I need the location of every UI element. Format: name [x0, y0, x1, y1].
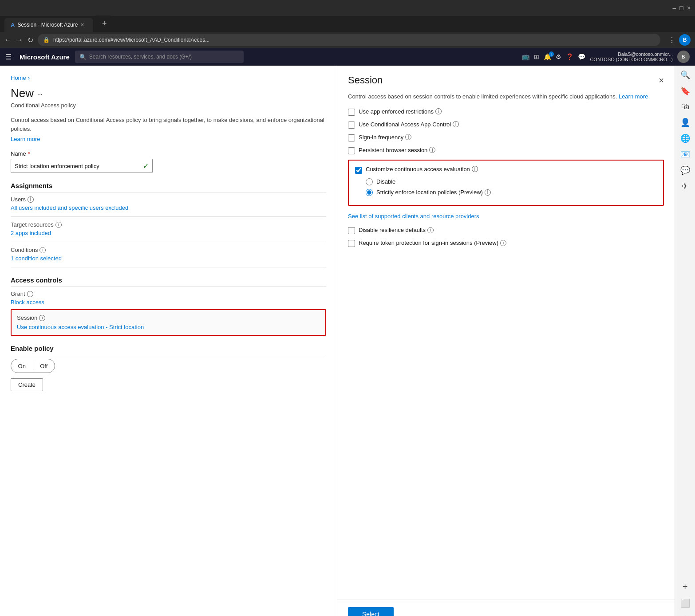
page-title: New: [11, 86, 34, 100]
back-button[interactable]: ←: [4, 36, 12, 44]
disable-resilience-checkbox[interactable]: [348, 227, 355, 234]
browser-action-1[interactable]: ⋮: [668, 36, 675, 44]
session-learn-more-link[interactable]: Learn more: [619, 93, 648, 100]
cae-checkbox[interactable]: [355, 167, 362, 174]
session-box: Session i Use continuous access evaluati…: [11, 309, 326, 336]
bing-button[interactable]: B: [679, 34, 691, 46]
more-options-icon[interactable]: ···: [37, 90, 43, 98]
learn-more-link[interactable]: Learn more: [11, 136, 40, 142]
users-info-icon[interactable]: i: [28, 196, 34, 203]
forward-button[interactable]: →: [16, 36, 23, 44]
session-info-icon[interactable]: i: [39, 315, 45, 321]
sidebar-outlook-icon[interactable]: 📧: [680, 149, 690, 159]
sidebar-bag-icon[interactable]: 🛍: [681, 102, 689, 111]
persistent-browser-checkbox[interactable]: [348, 147, 355, 154]
user-tenant: CONTOSO (CONTOSO.ONMICRO...): [590, 57, 673, 62]
require-token-checkbox[interactable]: [348, 240, 355, 247]
global-search[interactable]: 🔍 Search resources, services, and docs (…: [75, 51, 244, 63]
panel-header: Session ×: [348, 75, 664, 86]
enable-policy-toggle[interactable]: On Off: [11, 359, 55, 373]
toggle-off-option[interactable]: Off: [33, 360, 55, 372]
cae-strict-enforce-row: Strictly enforce location policies (Prev…: [366, 189, 657, 196]
enable-policy-section: Enable policy On Off Create: [11, 345, 326, 391]
breadcrumb-home[interactable]: Home: [11, 75, 26, 81]
cae-disable-row: Disable: [366, 178, 657, 185]
sign-in-frequency-info-icon[interactable]: i: [405, 134, 411, 140]
divider-1: [11, 216, 326, 217]
tab-favicon: A: [11, 22, 15, 28]
cae-info-icon[interactable]: i: [472, 166, 478, 172]
sign-in-frequency-label: Sign-in frequency i: [359, 134, 411, 141]
use-ca-app-control-label: Use Conditional Access App Control i: [359, 121, 459, 128]
help-icon[interactable]: ❓: [566, 53, 573, 60]
cae-section: Customize continuous access evaluation i…: [348, 160, 664, 206]
use-app-enforced-checkbox[interactable]: [348, 109, 355, 116]
users-value[interactable]: All users included and specific users ex…: [11, 204, 128, 211]
required-indicator: *: [28, 150, 30, 157]
require-token-label: Require token protection for sign-in ses…: [359, 239, 506, 246]
url-bar[interactable]: 🔒 https://portal.azure.com/#view/Microso…: [38, 34, 660, 46]
window-maximize-btn[interactable]: □: [679, 4, 683, 12]
settings-icon[interactable]: ⚙: [556, 53, 561, 60]
toggle-on-option[interactable]: On: [11, 360, 33, 372]
sidebar-bookmark-icon[interactable]: 🔖: [680, 86, 690, 96]
create-button[interactable]: Create: [11, 378, 43, 391]
left-panel: Home › New ··· Conditional Access policy…: [0, 66, 337, 616]
grant-value[interactable]: Block access: [11, 299, 44, 306]
sidebar-layout-icon[interactable]: ⬜: [680, 598, 690, 608]
ca-app-control-info-icon[interactable]: i: [453, 121, 459, 127]
session-value[interactable]: Use continuous access evaluation - Stric…: [17, 324, 144, 330]
sidebar-globe-icon[interactable]: 🌐: [680, 133, 690, 143]
name-input[interactable]: Strict location enforcement policy ✓: [11, 159, 153, 173]
use-app-enforced-row: Use app enforced restrictions i: [348, 108, 664, 116]
feedback-icon[interactable]: 💬: [578, 53, 585, 60]
target-resources-info-icon[interactable]: i: [55, 222, 62, 228]
name-value: Strict location enforcement policy: [15, 163, 99, 169]
cae-strict-info-icon[interactable]: i: [485, 189, 491, 196]
notifications-icon[interactable]: 🔔1: [544, 53, 551, 60]
sidebar-teams-icon[interactable]: 💬: [680, 165, 690, 175]
cae-strict-location-radio[interactable]: [366, 189, 373, 196]
conditions-value[interactable]: 1 condition selected: [11, 255, 62, 262]
add-tab-icon[interactable]: +: [102, 19, 107, 28]
active-tab[interactable]: A Session - Microsoft Azure ×: [4, 18, 93, 32]
window-minimize-btn[interactable]: –: [673, 4, 676, 12]
use-ca-app-control-row: Use Conditional Access App Control i: [348, 121, 664, 129]
page-subtitle: Conditional Access policy: [11, 102, 326, 109]
sidebar-people-icon[interactable]: 👤: [680, 118, 690, 127]
require-token-info-icon[interactable]: i: [500, 240, 506, 246]
tab-close-icon[interactable]: ×: [80, 21, 84, 28]
use-ca-app-control-checkbox[interactable]: [348, 122, 355, 129]
divider-3: [11, 267, 326, 267]
sidebar-search-icon[interactable]: 🔍: [680, 70, 690, 80]
portal-menu-icon[interactable]: ⊞: [534, 53, 539, 60]
panel-description: Control access based on session controls…: [348, 92, 664, 101]
access-controls-heading: Access controls: [11, 276, 326, 287]
sidebar-add-icon[interactable]: +: [683, 582, 688, 592]
see-list-link[interactable]: See list of supported clients and resour…: [348, 212, 664, 221]
sign-in-frequency-checkbox[interactable]: [348, 134, 355, 141]
url-text: https://portal.azure.com/#view/Microsoft…: [53, 37, 209, 43]
app-enforced-info-icon[interactable]: i: [435, 108, 442, 114]
refresh-button[interactable]: ↻: [28, 36, 33, 44]
select-button[interactable]: Select: [348, 607, 394, 616]
window-close-btn[interactable]: ×: [687, 4, 691, 12]
divider-2: [11, 242, 326, 242]
cae-label: Customize continuous access evaluation i: [366, 166, 478, 173]
cloud-shell-icon[interactable]: 📺: [522, 53, 529, 60]
target-resources-value[interactable]: 2 apps included: [11, 230, 51, 236]
new-tab[interactable]: +: [93, 16, 113, 32]
panel-close-button[interactable]: ×: [659, 75, 664, 86]
conditions-info-icon[interactable]: i: [39, 247, 46, 253]
search-placeholder: Search resources, services, and docs (G+…: [89, 54, 192, 60]
cae-disable-radio[interactable]: [366, 178, 373, 185]
name-checkmark-icon: ✓: [143, 162, 149, 170]
user-avatar[interactable]: B: [677, 51, 690, 63]
grant-info-icon[interactable]: i: [27, 291, 33, 297]
cae-header: Customize continuous access evaluation i: [355, 166, 657, 174]
disable-resilience-info-icon[interactable]: i: [427, 227, 434, 233]
sidebar-mail-icon[interactable]: ✈: [682, 181, 688, 191]
persistent-browser-info-icon[interactable]: i: [429, 147, 435, 153]
hamburger-menu-icon[interactable]: ☰: [5, 53, 12, 61]
sidebar-settings-icon[interactable]: ⚙: [682, 614, 689, 616]
